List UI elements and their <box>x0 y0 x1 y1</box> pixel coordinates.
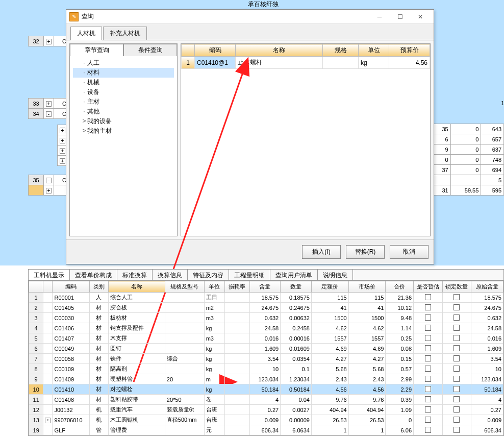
cell-dep-price[interactable]: 26.53 <box>311 415 348 425</box>
cell-provisional[interactable] <box>414 344 443 354</box>
cell-lock-qty[interactable] <box>442 425 471 435</box>
cell-orig[interactable]: 10 <box>471 364 503 374</box>
cell-category[interactable]: 机 <box>90 405 108 415</box>
result-header[interactable]: 名称 <box>236 44 323 57</box>
insert-button[interactable]: 插入(I) <box>302 245 341 259</box>
cell-code[interactable]: C01405 <box>53 303 90 313</box>
checkbox-icon[interactable] <box>453 396 460 402</box>
cell-code[interactable]: C00030 <box>53 313 90 323</box>
cell-orig[interactable]: 606.34 <box>471 425 503 435</box>
cell-unit[interactable]: 工日 <box>204 293 224 303</box>
cell-provisional[interactable] <box>414 354 443 364</box>
row-index[interactable]: 3 <box>29 313 43 323</box>
checkbox-icon[interactable] <box>453 294 460 300</box>
cell-category[interactable]: 材 <box>90 344 108 354</box>
cell-lock-qty[interactable] <box>442 415 471 425</box>
cell-dep-price[interactable]: 2.43 <box>311 374 348 384</box>
cell-sum[interactable]: 0.39 <box>386 395 414 405</box>
result-header[interactable]: 规格 <box>323 44 359 57</box>
cell-spec[interactable]: 直径500mm <box>165 415 204 425</box>
cell-mkt-price[interactable]: 9.76 <box>348 395 386 405</box>
cell-spec[interactable] <box>165 313 204 323</box>
checkbox-icon[interactable] <box>453 335 460 341</box>
row-index[interactable]: 5 <box>29 333 43 344</box>
expand-toggle[interactable]: + <box>44 185 54 196</box>
col-header[interactable]: 原始含量 <box>471 281 503 293</box>
cell-loss[interactable] <box>225 374 250 384</box>
table-row[interactable]: 8 C00109 材 隔离剂 kg 10 0.1 5.68 5.68 0.57 … <box>29 364 503 374</box>
cell-mkt-price[interactable]: 1500 <box>348 313 386 323</box>
cell-qty[interactable]: 0.01609 <box>281 344 312 354</box>
cell-dep-price[interactable]: 1 <box>311 425 348 435</box>
cell-sum[interactable]: 21.36 <box>386 293 414 303</box>
cell-orig[interactable]: 24.675 <box>471 303 503 313</box>
col-header[interactable]: 合价 <box>386 281 414 293</box>
cell-qty[interactable]: 1.23034 <box>281 374 312 384</box>
cell-sum[interactable]: 1.09 <box>386 405 414 415</box>
cell-unit[interactable]: 台班 <box>204 415 224 425</box>
cell-category[interactable]: 材 <box>90 395 108 405</box>
cell-hanliang[interactable]: 0.009 <box>249 415 281 425</box>
table-row[interactable]: 19 GLF 管 管理费 元 606.34 6.0634 1 1 6.06 60… <box>29 425 503 435</box>
cell-dep-price[interactable]: 4.62 <box>311 323 348 333</box>
tree-node[interactable]: >我的主材 <box>73 126 174 136</box>
col-header[interactable]: 定额价 <box>311 281 348 293</box>
checkbox-icon[interactable] <box>425 325 431 331</box>
cell-name[interactable]: 硬塑料管 <box>108 374 165 384</box>
result-unit[interactable]: kg <box>359 57 389 69</box>
cell-category[interactable]: 材 <box>90 333 108 344</box>
tree-node[interactable]: >我的设备 <box>73 116 174 126</box>
cell-category[interactable]: 材 <box>90 323 108 333</box>
cell-category[interactable]: 材 <box>90 364 108 374</box>
material-table[interactable]: 编码类别名称规格及型号单位损耗率含量数量定额价市场价合价是否暂估锁定数量原始含量… <box>28 280 504 436</box>
cell-dep-price[interactable]: 115 <box>311 293 348 303</box>
table-row[interactable]: 10 C01410 材 对拉螺栓 kg 50.184 0.50184 4.56 … <box>29 384 503 395</box>
table-row[interactable]: 12 J00132 机 载重汽车 装载质量6t 台班 0.27 0.0027 4… <box>29 405 503 415</box>
cell-spec[interactable] <box>165 384 204 395</box>
cell-unit[interactable]: m3 <box>204 333 224 344</box>
cell-qty[interactable]: 0.0354 <box>281 354 312 364</box>
col-header[interactable]: 市场价 <box>348 281 386 293</box>
cell-orig[interactable]: 3.54 <box>471 354 503 364</box>
cell-code[interactable]: C00109 <box>53 364 90 374</box>
detail-tab[interactable]: 查询用户清单 <box>270 270 318 280</box>
cell-lock-qty[interactable] <box>442 354 471 364</box>
col-header[interactable]: 锁定数量 <box>442 281 471 293</box>
cell-unit[interactable]: m3 <box>204 313 224 323</box>
cell-provisional[interactable] <box>414 323 443 333</box>
result-name[interactable]: 止水螺杆 <box>236 57 323 69</box>
row-expand[interactable] <box>43 313 53 323</box>
expand-toggle[interactable]: - <box>44 175 54 185</box>
cell-category[interactable]: 材 <box>90 313 108 323</box>
detail-tab[interactable]: 换算信息 <box>153 270 188 280</box>
cell-name[interactable]: 木工圆锯机 <box>108 415 165 425</box>
cell-lock-qty[interactable] <box>442 323 471 333</box>
row-index[interactable]: 6 <box>29 344 43 354</box>
cell-qty[interactable]: 0.24675 <box>281 303 312 313</box>
row-expand[interactable] <box>43 333 53 344</box>
cell-name[interactable]: 隔离剂 <box>108 364 165 374</box>
result-spec[interactable] <box>323 57 359 69</box>
row-expand[interactable] <box>43 425 53 435</box>
cell-loss[interactable] <box>225 415 250 425</box>
cell-spec[interactable] <box>165 333 204 344</box>
row-expand[interactable] <box>43 405 53 415</box>
cell-provisional[interactable] <box>414 425 443 435</box>
cell-orig[interactable]: 0.009 <box>471 415 503 425</box>
row-index[interactable]: 2 <box>29 303 43 313</box>
cell-loss[interactable] <box>225 395 250 405</box>
checkbox-icon[interactable] <box>425 427 431 433</box>
tree-node[interactable]: ·材料 <box>73 68 174 78</box>
row-index[interactable]: 12 <box>29 405 43 415</box>
checkbox-icon[interactable] <box>425 294 431 300</box>
table-row[interactable]: 13 + 990706010 机 木工圆锯机 直径500mm 台班 0.009 … <box>29 415 503 425</box>
result-header[interactable]: 编码 <box>195 44 236 57</box>
cell-name[interactable]: 铁件 <box>108 354 165 364</box>
cell-hanliang[interactable]: 123.034 <box>249 374 281 384</box>
cell-code[interactable]: GLF <box>53 425 90 435</box>
checkbox-icon[interactable] <box>425 335 431 341</box>
cell-sum[interactable]: 2.99 <box>386 374 414 384</box>
cell-hanliang[interactable]: 24.675 <box>249 303 281 313</box>
cell-unit[interactable]: kg <box>204 344 224 354</box>
result-header[interactable]: 单位 <box>359 44 389 57</box>
